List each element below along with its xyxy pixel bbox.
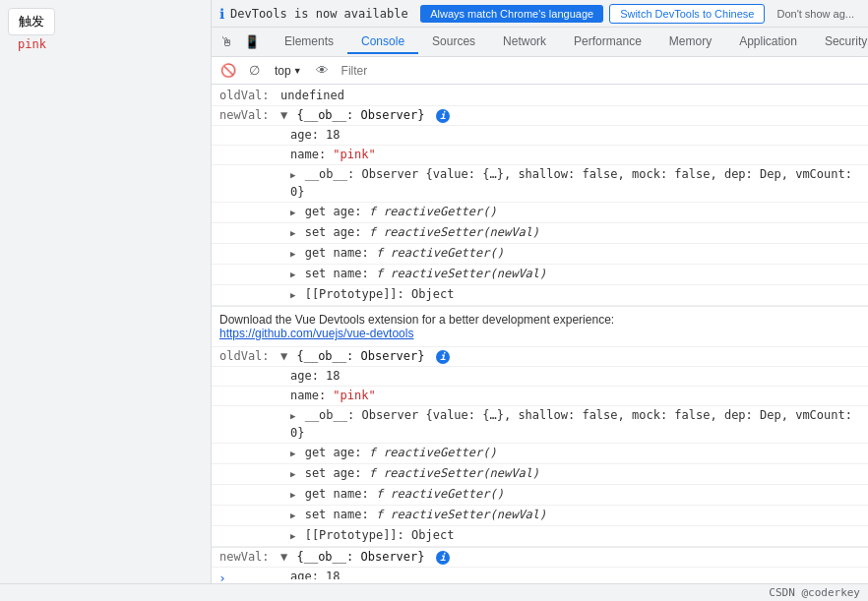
row-value: ▶ __ob__: Observer {value: {…}, shallow:… <box>290 407 868 442</box>
log-row: age: 18 <box>212 126 868 146</box>
row-value: ▶ [[Prototype]]: Object <box>290 527 868 545</box>
log-row[interactable]: ▶ set name: f reactiveSetter(newVal) <box>212 506 868 526</box>
row-label: newVal: <box>212 549 280 566</box>
row-value: age: 18 <box>290 368 868 385</box>
info-icon: ℹ <box>219 6 224 22</box>
log-row[interactable]: ▶ get age: f reactiveGetter() <box>212 203 868 223</box>
tab-memory[interactable]: Memory <box>655 30 725 54</box>
row-label: oldVal: <box>212 348 280 365</box>
trigger-color-label: pink <box>18 37 55 51</box>
row-value: ▶ get age: f reactiveGetter() <box>290 204 868 221</box>
expand-arrow[interactable]: ▼ <box>280 108 287 122</box>
object-label: {__ob__: Observer} <box>296 108 424 122</box>
row-value: ▶ get name: f reactiveGetter() <box>290 245 868 263</box>
log-row: oldVal: ▼ {__ob__: Observer} i <box>212 347 868 367</box>
log-row: age: 18 <box>212 367 868 387</box>
expand-arrow[interactable]: ▶ <box>290 449 295 458</box>
expand-arrow[interactable]: ▶ <box>290 290 295 300</box>
row-value: ▶ set age: f reactiveSetter(newVal) <box>290 465 868 483</box>
inspect-icon[interactable]: 🖱 <box>216 31 237 53</box>
context-label: top <box>275 64 291 78</box>
tab-elements[interactable]: Elements <box>271 30 347 54</box>
expand-arrow[interactable]: ▶ <box>290 270 295 279</box>
expand-arrow[interactable]: ▶ <box>290 531 295 541</box>
log-section-2: oldVal: ▼ {__ob__: Observer} i age: 18 n… <box>212 347 868 548</box>
match-language-button[interactable]: Always match Chrome's language <box>420 5 603 23</box>
tab-network[interactable]: Network <box>489 30 560 54</box>
row-value: name: "pink" <box>290 147 868 163</box>
row-value: ▶ set age: f reactiveSetter(newVal) <box>290 224 868 242</box>
log-row[interactable]: ▶ [[Prototype]]: Object <box>212 526 868 547</box>
eye-icon[interactable]: 👁 <box>312 60 334 82</box>
devtools-panel: ℹ DevTools is now available in Chinese! … <box>212 0 868 601</box>
tab-performance[interactable]: Performance <box>560 30 655 54</box>
row-value: undefined <box>280 88 868 104</box>
clear-console-button[interactable]: 🚫 <box>217 60 239 82</box>
log-row[interactable]: ▶ set age: f reactiveSetter(newVal) <box>212 223 868 244</box>
log-row: age: 18 <box>212 568 868 579</box>
console-prompt-arrow: › <box>218 571 226 585</box>
log-row[interactable]: ▶ [[Prototype]]: Object <box>212 285 868 306</box>
expand-arrow[interactable]: ▶ <box>290 411 295 421</box>
info-icon[interactable]: i <box>436 109 450 123</box>
status-bar: CSDN @coderkey <box>0 583 868 601</box>
filter-input[interactable] <box>338 62 862 80</box>
row-value: ▼ {__ob__: Observer} i <box>280 549 868 566</box>
info-icon[interactable]: i <box>436 551 450 565</box>
row-value: ▼ {__ob__: Observer} i <box>280 348 868 365</box>
console-toolbar: 🚫 ∅ top ▼ 👁 <box>212 57 868 85</box>
dont-show-button[interactable]: Don't show ag... <box>771 5 860 23</box>
tabs-container: Elements Console Sources Network Perform… <box>271 30 868 54</box>
devtools-link[interactable]: https://github.com/vuejs/vue-devtools <box>219 327 413 340</box>
log-row[interactable]: ▶ get age: f reactiveGetter() <box>212 444 868 464</box>
tab-icon-group: 🖱 📱 <box>216 31 271 53</box>
trigger-button[interactable]: 触发 <box>8 8 55 35</box>
row-value: name: "pink" <box>290 388 868 404</box>
chevron-down-icon: ▼ <box>293 66 302 76</box>
context-select[interactable]: top ▼ <box>269 62 308 80</box>
filter-toggle-button[interactable]: ∅ <box>243 60 265 82</box>
expand-arrow[interactable]: ▶ <box>290 490 295 500</box>
expand-arrow[interactable]: ▶ <box>290 249 295 259</box>
console-content: oldVal: undefined newVal: ▼ {__ob__: Obs… <box>212 85 868 579</box>
row-value: ▶ [[Prototype]]: Object <box>290 286 868 304</box>
device-icon[interactable]: 📱 <box>241 31 263 53</box>
log-section-1: oldVal: undefined newVal: ▼ {__ob__: Obs… <box>212 87 868 307</box>
download-text: Download the Vue Devtools extension for … <box>219 313 860 327</box>
status-text: CSDN @coderkey <box>769 586 860 599</box>
notification-bar: ℹ DevTools is now available in Chinese! … <box>212 0 868 28</box>
log-row[interactable]: ▶ __ob__: Observer {value: {…}, shallow:… <box>212 406 868 444</box>
log-row: name: "pink" <box>212 387 868 406</box>
row-value: ▶ set name: f reactiveSetter(newVal) <box>290 507 868 524</box>
log-row[interactable]: ▶ get name: f reactiveGetter() <box>212 244 868 265</box>
expand-arrow[interactable]: ▶ <box>290 208 295 217</box>
tab-security[interactable]: Security <box>811 30 868 54</box>
expand-arrow[interactable]: ▼ <box>280 550 287 564</box>
notification-text: DevTools is now available in Chinese! <box>230 7 414 21</box>
info-icon[interactable]: i <box>436 350 450 364</box>
log-row: oldVal: undefined <box>212 87 868 106</box>
log-row[interactable]: ▶ __ob__: Observer {value: {…}, shallow:… <box>212 165 868 203</box>
row-value: ▶ get age: f reactiveGetter() <box>290 445 868 462</box>
log-row[interactable]: ▶ set age: f reactiveSetter(newVal) <box>212 464 868 485</box>
tab-sources[interactable]: Sources <box>418 30 489 54</box>
log-row: name: "pink" <box>212 146 868 165</box>
row-value: age: 18 <box>290 127 868 144</box>
log-row[interactable]: ▶ get name: f reactiveGetter() <box>212 485 868 506</box>
switch-chinese-button[interactable]: Switch DevTools to Chinese <box>609 4 765 24</box>
expand-arrow[interactable]: ▼ <box>280 349 287 363</box>
tab-console[interactable]: Console <box>347 30 418 54</box>
tab-bar: 🖱 📱 Elements Console Sources Network Per… <box>212 28 868 57</box>
expand-arrow[interactable]: ▶ <box>290 469 295 479</box>
row-value: ▶ __ob__: Observer {value: {…}, shallow:… <box>290 166 868 201</box>
log-row[interactable]: ▶ set name: f reactiveSetter(newVal) <box>212 265 868 285</box>
expand-arrow[interactable]: ▶ <box>290 228 295 238</box>
app-trigger[interactable]: 触发 pink <box>8 8 55 51</box>
log-row: newVal: ▼ {__ob__: Observer} i <box>212 548 868 568</box>
expand-arrow-ob[interactable]: ▶ <box>290 170 295 180</box>
row-value: ▶ get name: f reactiveGetter() <box>290 486 868 504</box>
tab-application[interactable]: Application <box>725 30 811 54</box>
expand-arrow[interactable]: ▶ <box>290 511 295 520</box>
row-label: newVal: <box>212 107 280 124</box>
app-area: 触发 pink <box>0 0 212 601</box>
